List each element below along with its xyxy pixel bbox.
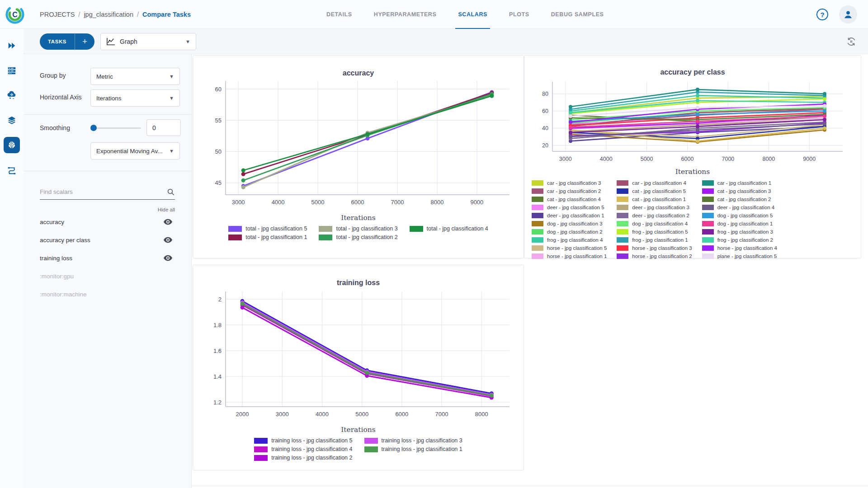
tab-scalars[interactable]: SCALARS (447, 0, 498, 29)
legend-label: total - jpg classification 3 (336, 225, 397, 232)
accuracy-per-class-plot[interactable]: 204060803000400050006000700080009000 (532, 76, 854, 167)
legend-item[interactable]: car - jpg classification 3 (532, 180, 607, 186)
legend-swatch (617, 205, 628, 210)
legend-item[interactable]: training loss - jpg classification 3 (364, 437, 462, 444)
legend-item[interactable]: deer - jpg classification 3 (617, 205, 692, 210)
find-scalars-input[interactable]: Find scalars (40, 184, 175, 200)
legend-item[interactable]: plane - jpg classification 5 (702, 253, 777, 259)
legend-item[interactable]: car - jpg classification 2 (532, 188, 607, 194)
visibility-eye-icon[interactable] (164, 237, 172, 243)
chart-title: accuracy per class (524, 68, 861, 76)
tab-debug-samples[interactable]: DEBUG SAMPLES (540, 0, 615, 29)
legend-item[interactable]: horse - jpg classification 5 (532, 245, 607, 251)
legend-item[interactable]: deer - jpg classification 5 (532, 205, 607, 210)
legend-item[interactable]: total - jpg classification 3 (319, 225, 397, 232)
legend-item[interactable]: cat - jpg classification 2 (702, 197, 777, 202)
svg-text:1.2: 1.2 (213, 399, 221, 406)
smoothing-slider-thumb[interactable] (90, 125, 97, 131)
legend-item[interactable]: total - jpg classification 1 (228, 234, 307, 240)
metric-label: accuracy (40, 219, 64, 225)
svg-text:5000: 5000 (355, 411, 368, 418)
tab-hyperparameters[interactable]: HYPERPARAMETERS (363, 0, 448, 29)
legend-item[interactable]: deer - jpg classification 4 (702, 205, 777, 210)
visibility-eye-icon[interactable] (164, 255, 172, 261)
metric-row-training-loss[interactable]: training loss (40, 253, 178, 263)
smoothing-value-input[interactable]: 0 (146, 119, 181, 136)
legend-column: car - jpg classification 4cat - jpg clas… (617, 180, 692, 260)
hide-all-link[interactable]: Hide all (158, 207, 175, 212)
legend-label: deer - jpg classification 4 (717, 205, 775, 210)
legend-item[interactable]: dog - jpg classification 1 (702, 221, 777, 226)
legend-item[interactable]: horse - jpg classification 2 (617, 253, 692, 259)
metric-label: :monitor:gpu (40, 273, 74, 280)
visibility-eye-icon[interactable] (164, 219, 172, 225)
accuracy-plot[interactable]: 455055603000400050006000700080009000 (200, 77, 517, 213)
clearml-logo[interactable]: C (5, 5, 24, 24)
tab-details[interactable]: DETAILS (316, 0, 363, 29)
legend-item[interactable]: training loss - jpg classification 1 (364, 446, 462, 452)
legend-item[interactable]: horse - jpg classification 3 (617, 245, 692, 251)
legend-item[interactable]: cat - jpg classification 4 (532, 197, 607, 202)
legend-item[interactable]: horse - jpg classification 4 (702, 245, 777, 251)
legend-swatch (254, 446, 268, 452)
legend-item[interactable]: dog - jpg classification 4 (617, 221, 692, 226)
smoothing-slider[interactable] (90, 125, 141, 131)
chevron-down-icon: ▼ (169, 74, 174, 79)
legend-item[interactable]: cat - jpg classification 5 (617, 188, 692, 194)
group-by-select[interactable]: Metric▼ (90, 68, 180, 85)
svg-text:C: C (12, 11, 18, 19)
tab-plots[interactable]: PLOTS (498, 0, 540, 29)
metric-row-monitor-machine[interactable]: :monitor:machine (40, 289, 178, 300)
legend-item[interactable]: horse - jpg classification 1 (532, 253, 607, 259)
metric-row-accuracy-per-class[interactable]: accuracy per class (40, 235, 178, 245)
legend-item[interactable]: training loss - jpg classification 4 (254, 446, 352, 452)
help-icon[interactable]: ? (816, 9, 828, 20)
breadcrumb-projects[interactable]: PROJECTS (40, 11, 75, 18)
legend-item[interactable]: dog - jpg classification 3 (532, 221, 607, 226)
projects-icon[interactable] (4, 137, 20, 153)
auto-refresh-icon[interactable] (844, 35, 858, 48)
legend-item[interactable]: cat - jpg classification 3 (702, 188, 777, 194)
legend-swatch (532, 197, 543, 202)
svg-text:2000: 2000 (236, 411, 249, 418)
legend-item[interactable]: car - jpg classification 4 (617, 180, 692, 186)
view-mode-select[interactable]: Graph ▼ (100, 33, 196, 50)
legend-item[interactable]: training loss - jpg classification 5 (254, 437, 352, 444)
legend-item[interactable]: dog - jpg classification 5 (702, 213, 777, 218)
legend-item[interactable]: frog - jpg classification 2 (702, 237, 777, 243)
legend-item[interactable]: dog - jpg classification 2 (532, 229, 607, 235)
side-rail (0, 29, 24, 488)
legend-item[interactable]: deer - jpg classification 1 (532, 213, 607, 218)
legend-item[interactable]: cat - jpg classification 1 (617, 197, 692, 202)
legend-item[interactable]: frog - jpg classification 4 (532, 237, 607, 243)
tasks-button-label[interactable]: TASKS (40, 39, 75, 44)
expand-icon[interactable] (4, 38, 20, 54)
horizontal-axis-select[interactable]: Iterations▼ (90, 89, 180, 107)
add-task-button[interactable]: + (75, 33, 94, 50)
legend-item[interactable]: total - jpg classification 5 (228, 225, 307, 232)
svg-text:45: 45 (215, 179, 221, 186)
legend-item[interactable]: frog - jpg classification 5 (617, 229, 692, 235)
legend-item[interactable]: car - jpg classification 1 (702, 180, 777, 186)
metric-row-accuracy[interactable]: accuracy (40, 216, 178, 227)
search-icon[interactable] (167, 188, 175, 196)
legend-item[interactable]: frog - jpg classification 3 (702, 229, 777, 235)
legend-item[interactable]: training loss - jpg classification 2 (254, 455, 352, 461)
user-avatar[interactable] (839, 5, 857, 23)
workers-queues-icon[interactable] (4, 62, 20, 79)
legend-item[interactable]: total - jpg classification 2 (319, 234, 397, 240)
metric-row-monitor-gpu[interactable]: :monitor:gpu (40, 271, 178, 282)
tasks-button[interactable]: TASKS + (40, 33, 94, 50)
applications-icon[interactable] (4, 87, 20, 103)
legend-item[interactable]: total - jpg classification 4 (410, 225, 488, 232)
breadcrumb-project[interactable]: jpg_classification (84, 11, 133, 18)
training-loss-plot[interactable]: 1.21.41.61.82200030004000500060007000800… (200, 287, 517, 425)
legend-swatch (702, 245, 714, 251)
legend-label: cat - jpg classification 4 (547, 197, 601, 202)
divider (192, 486, 868, 486)
legend-item[interactable]: frog - jpg classification 1 (617, 237, 692, 243)
datasets-icon[interactable] (4, 112, 20, 128)
legend-item[interactable]: deer - jpg classification 2 (617, 213, 692, 218)
pipelines-icon[interactable] (4, 162, 20, 178)
smoothing-type-select[interactable]: Exponential Moving Av...▼ (90, 142, 180, 160)
